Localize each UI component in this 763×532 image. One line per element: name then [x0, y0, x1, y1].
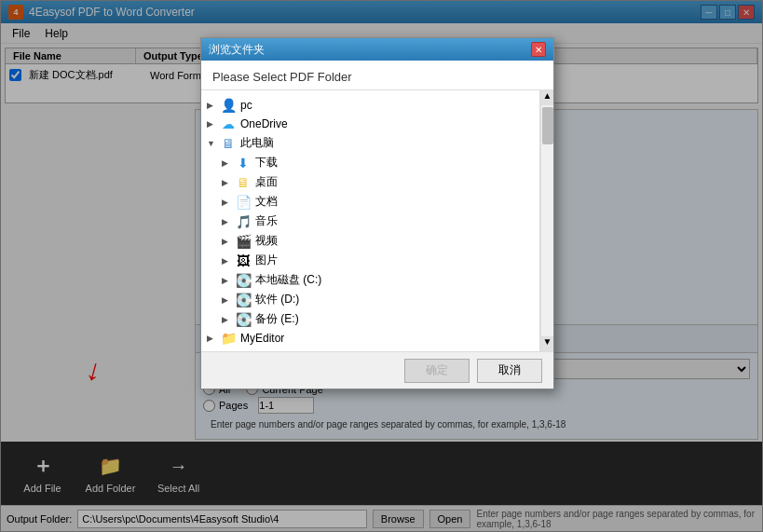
- tree-item-drive-d[interactable]: ▶ 💽 软件 (D:): [222, 290, 534, 309]
- tree-arrow-music: ▶: [222, 217, 235, 226]
- ok-button[interactable]: 确定: [404, 359, 470, 383]
- tree-arrow-drive-e: ▶: [222, 315, 235, 324]
- modal-header-text: Please Select PDF Folder: [212, 70, 352, 84]
- tree-arrow-photos: ▶: [222, 256, 235, 266]
- tree-label-download: 下载: [255, 155, 278, 171]
- tree-label-drive-d: 软件 (D:): [255, 292, 299, 307]
- tree-arrow-documents: ▶: [222, 198, 235, 207]
- music-icon: 🎵: [235, 214, 252, 229]
- pc-icon: 👤: [220, 98, 237, 113]
- tree-label-pc: pc: [240, 99, 252, 112]
- computer-icon: 🖥: [220, 136, 237, 151]
- drive-e-icon: 💽: [235, 312, 252, 327]
- drive-d-icon: 💽: [235, 293, 252, 307]
- video-icon: 🎬: [235, 234, 252, 249]
- tree-item-computer[interactable]: ▼ 🖥 此电脑: [207, 133, 534, 153]
- modal-overlay: 浏览文件夹 ✕ Please Select PDF Folder ▶ 👤 pc …: [0, 0, 763, 532]
- scroll-down-button[interactable]: ▼: [541, 336, 553, 351]
- tree-label-onedrive: OneDrive: [240, 117, 288, 130]
- tree-label-drive-c: 本地磁盘 (C:): [255, 272, 321, 288]
- tree-label-photos: 图片: [255, 252, 278, 268]
- tree-item-photos[interactable]: ▶ 🖼 图片: [222, 251, 534, 270]
- tree-arrow-drive-c: ▶: [222, 276, 235, 285]
- tree-label-computer: 此电脑: [240, 135, 274, 151]
- tree-arrow-computer: ▼: [207, 139, 220, 148]
- onedrive-icon: ☁: [220, 116, 237, 131]
- tree-label-music: 音乐: [255, 213, 278, 229]
- tree-label-video: 视频: [255, 233, 278, 249]
- tree-item-drive-c[interactable]: ▶ 💽 本地磁盘 (C:): [222, 270, 534, 290]
- tree-arrow-download: ▶: [222, 158, 235, 168]
- modal-title-bar: 浏览文件夹 ✕: [201, 38, 553, 61]
- drive-c-icon: 💽: [235, 273, 252, 288]
- folder-tree[interactable]: ▶ 👤 pc ▶ ☁ OneDrive ▼ 🖥 此电脑: [201, 90, 540, 351]
- modal-footer: 确定 取消: [201, 351, 553, 389]
- tree-item-pc[interactable]: ▶ 👤 pc: [207, 96, 534, 115]
- tree-label-drive-e: 备份 (E:): [255, 311, 299, 327]
- tree-label-documents: 文档: [255, 194, 278, 210]
- tree-arrow-onedrive: ▶: [207, 119, 220, 129]
- scroll-up-button[interactable]: ▲: [541, 90, 553, 105]
- tree-item-download[interactable]: ▶ ⬇ 下载: [222, 153, 534, 172]
- computer-children: ▶ ⬇ 下载 ▶ 🖥 桌面 ▶ 📄 文档 ▶: [207, 153, 534, 329]
- download-icon: ⬇: [235, 156, 252, 171]
- tree-item-onedrive[interactable]: ▶ ☁ OneDrive: [207, 115, 534, 133]
- modal-title: 浏览文件夹: [209, 42, 265, 58]
- tree-arrow-pc: ▶: [207, 101, 220, 110]
- tree-item-video[interactable]: ▶ 🎬 视频: [222, 231, 534, 251]
- tree-item-desktop[interactable]: ▶ 🖥 桌面: [222, 172, 534, 192]
- tree-item-documents[interactable]: ▶ 📄 文档: [222, 192, 534, 211]
- browse-folder-dialog: 浏览文件夹 ✕ Please Select PDF Folder ▶ 👤 pc …: [200, 37, 554, 389]
- tree-label-myeditor: MyEditor: [240, 332, 284, 345]
- scroll-track: [541, 146, 553, 336]
- modal-content: ▶ 👤 pc ▶ ☁ OneDrive ▼ 🖥 此电脑: [201, 90, 553, 351]
- modal-close-button[interactable]: ✕: [531, 42, 546, 57]
- desktop-icon: 🖥: [235, 175, 252, 190]
- myeditor-icon: 📁: [220, 331, 237, 346]
- modal-header: Please Select PDF Folder: [201, 61, 553, 90]
- tree-arrow-desktop: ▶: [222, 178, 235, 187]
- tree-item-drive-e[interactable]: ▶ 💽 备份 (E:): [222, 309, 534, 329]
- tree-arrow-myeditor: ▶: [207, 334, 220, 343]
- tree-label-desktop: 桌面: [255, 174, 278, 190]
- tree-item-music[interactable]: ▶ 🎵 音乐: [222, 211, 534, 231]
- photos-icon: 🖼: [235, 253, 252, 268]
- tree-arrow-drive-d: ▶: [222, 295, 235, 305]
- cancel-button[interactable]: 取消: [477, 359, 542, 383]
- tree-arrow-video: ▶: [222, 237, 235, 246]
- documents-icon: 📄: [235, 195, 252, 210]
- tree-scrollbar[interactable]: ▲ ▼: [540, 90, 553, 351]
- tree-item-myeditor[interactable]: ▶ 📁 MyEditor: [207, 329, 534, 348]
- scroll-thumb[interactable]: [542, 107, 553, 144]
